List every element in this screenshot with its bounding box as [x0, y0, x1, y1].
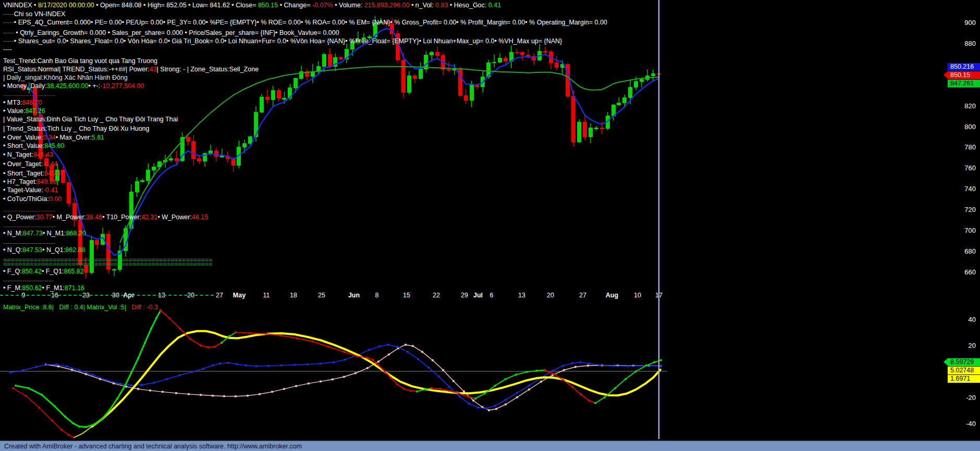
price-axis-label: 900	[945, 19, 976, 27]
date-axis-label: 8	[375, 292, 379, 299]
oscillator-green-badge: 8.59729	[948, 358, 980, 366]
date-axis-label: 20	[547, 292, 554, 299]
date-axis-label: 6	[490, 292, 494, 299]
slow-line-badge: 847.261	[948, 80, 980, 87]
oscillator-yellow-badge-1: 5.02748	[948, 367, 980, 374]
date-axis-label: 27	[216, 292, 223, 299]
price-axis-label: 680	[945, 247, 976, 255]
amibroker-window: VNINDEX • 8/17/2020 00:00:00 • Open= 848…	[0, 0, 980, 451]
oscillator-axis-label: -40	[945, 420, 976, 428]
axis-green-dashed-line	[0, 295, 214, 296]
date-axis-label: 13	[518, 292, 525, 299]
left-arrow-icon	[944, 358, 948, 366]
price-axis-label: 720	[945, 206, 976, 214]
oscillator-axis-label: 20	[945, 342, 976, 349]
price-axis-label: 700	[945, 227, 976, 234]
value-badge-blue: 850.216	[948, 63, 980, 71]
date-axis-label: Aug	[606, 292, 618, 299]
price-axis-label: 780	[945, 143, 976, 151]
price-axis-label: 760	[945, 164, 976, 172]
date-axis-label: Jul	[473, 292, 483, 299]
oscillator-axis-label: 40	[945, 316, 976, 323]
price-axis-label: 880	[945, 40, 976, 47]
left-arrow-icon	[944, 71, 948, 79]
date-axis-label: 10	[634, 292, 641, 299]
status-bar: Created with AmiBroker - advanced charti…	[0, 441, 980, 451]
oscillator-yellow-badge-2: 1.6971	[948, 375, 980, 383]
date-axis-label: 17	[655, 292, 663, 299]
price-axis-label: 660	[945, 268, 976, 276]
date-axis-label: Jun	[348, 292, 360, 299]
date-axis-label: 22	[433, 292, 440, 299]
date-axis-label: May	[233, 292, 246, 299]
date-axis-label: 25	[318, 292, 325, 299]
oscillator-axis-label: -20	[945, 394, 976, 402]
date-axis-label: 15	[403, 292, 410, 299]
price-axis-label: 820	[945, 102, 976, 110]
date-axis-label: 27	[579, 292, 586, 299]
date-axis-label: 29	[461, 292, 468, 299]
price-axis-label: 740	[945, 185, 976, 193]
price-axis-label: 800	[945, 123, 976, 131]
date-axis-label: 11	[263, 292, 270, 299]
date-axis-label: 18	[290, 292, 297, 299]
price-and-oscillator-chart[interactable]	[0, 0, 980, 441]
last-price-badge: 850.15	[948, 71, 980, 79]
